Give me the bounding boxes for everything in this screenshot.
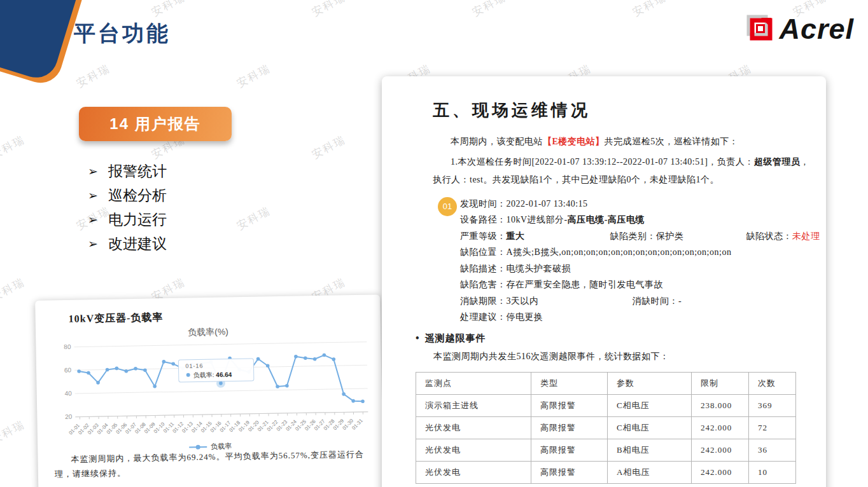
table-cell: 242.000 <box>692 439 749 462</box>
feature-label: 改进建议 <box>108 234 167 254</box>
feature-label: 报警统计 <box>108 161 167 181</box>
watermark-text: 安科瑞 <box>309 132 348 162</box>
text-segment: 缺陷位置：A揽头;B揽头,on;on;on;on;on;on;on;on;on;… <box>460 247 731 257</box>
text-segment: 缺陷危害：存在严重安全隐患，随时引发电气事故 <box>460 280 663 289</box>
text-segment: 设备路径：10kV进线部分- <box>460 215 568 224</box>
watermark-text: 安科瑞 <box>470 0 508 20</box>
table-cell: A相电压 <box>608 462 692 484</box>
table-cell: 242.000 <box>692 417 749 439</box>
feature-list: ➢报警统计➢巡检分析➢电力运行➢改进建议 <box>88 159 167 256</box>
arrow-bullet-icon: ➢ <box>88 212 98 227</box>
arrow-bullet-icon: ➢ <box>88 237 98 251</box>
text-segment: 本周期内，该变配电站 <box>451 137 543 146</box>
defect-line: 处理建议：停电更换 <box>460 309 826 326</box>
table-header-cell: 监测点 <box>416 373 531 395</box>
watermark-text: 安科瑞 <box>74 61 113 91</box>
defect-line: 设备路径：10kV进线部分-高压电缆-高压电缆 <box>460 212 826 228</box>
text-segment: 缺陷状态： <box>746 231 793 241</box>
table-cell: C相电压 <box>608 417 692 439</box>
defect-line: 发现时间：2022-01-07 13:40:15 <box>460 196 826 212</box>
table-cell: 高限报警 <box>531 439 608 462</box>
text-segment: 缺陷描述：电缆头护套破损 <box>460 264 571 273</box>
text-segment: 重大 <box>507 231 525 241</box>
table-row: 演示箱主进线高限报警C相电压238.000369 <box>416 395 796 417</box>
svg-text:负载率: 46.64: 负载率: 46.64 <box>193 371 232 379</box>
acrel-logo: Acrel <box>742 13 854 46</box>
feature-list-item: ➢改进建议 <box>88 231 167 256</box>
telemetry-intro: 本监测周期内共发生516次遥测越限事件，统计数据如下： <box>416 348 797 364</box>
report-intro: 本周期内，该变配电站【E楼变电站】共完成巡检5次，巡检详情如下： <box>433 133 809 150</box>
feature-list-item: ➢巡检分析 <box>88 183 167 207</box>
acrel-logo-text: Acrel <box>779 13 854 46</box>
defect-line: 缺陷危害：存在严重安全隐患，随时引发电气事故 <box>460 277 826 293</box>
watermark-text: 安科瑞 <box>234 61 273 91</box>
watermark-text: 安科瑞 <box>630 0 669 20</box>
watermark-text: 安科瑞 <box>234 203 273 233</box>
telemetry-table: 监测点类型参数限制次数演示箱主进线高限报警C相电压238.000369光伏发电高… <box>416 372 796 484</box>
svg-text:01-16: 01-16 <box>185 362 203 369</box>
table-cell: 238.000 <box>692 395 749 417</box>
text-segment: 保护类 <box>656 231 684 241</box>
table-cell: 高限报警 <box>531 395 608 417</box>
text-segment: 消缺期限：3天以内 <box>460 296 539 306</box>
defect-block: 01 发现时间：2022-01-07 13:40:15设备路径：10kV进线部分… <box>438 196 826 326</box>
watermark-text: 安科瑞 <box>0 132 27 162</box>
text-segment: 1.本次巡检任务时间[2022-01-07 13:39:12--2022-01-… <box>451 157 754 167</box>
defect-detail-lines: 发现时间：2022-01-07 13:40:15设备路径：10kV进线部分-高压… <box>460 196 826 326</box>
table-row: 光伏发电高限报警A相电压242.00010 <box>416 462 796 484</box>
feature-badge: 14 用户报告 <box>79 107 232 141</box>
telemetry-heading: • 遥测越限事件 <box>416 333 826 345</box>
table-header-cell: 类型 <box>531 373 608 395</box>
table-cell: 72 <box>749 417 796 439</box>
legend-marker-icon <box>188 444 207 451</box>
feature-list-item: ➢报警统计 <box>88 159 167 183</box>
table-cell: B相电压 <box>608 439 692 462</box>
chart-card-title: 10kV变压器-负载率 <box>69 311 164 326</box>
text-segment: 高压电缆-高压电缆 <box>568 215 645 224</box>
feature-list-item: ➢电力运行 <box>88 207 167 231</box>
acrel-logo-icon <box>742 13 775 46</box>
table-cell: 10 <box>749 462 796 484</box>
table-header-cell: 参数 <box>608 373 692 395</box>
watermark-text: 安科瑞 <box>309 0 348 20</box>
svg-text:40: 40 <box>64 390 72 397</box>
table-cell: 242.000 <box>692 462 749 484</box>
table-cell: 光伏发电 <box>416 462 531 484</box>
text-segment: 发现时间：2022-01-07 13:40:15 <box>460 199 588 209</box>
text-segment: 超级管理员 <box>754 157 801 167</box>
text-segment: 处理建议：停电更换 <box>460 312 543 322</box>
report-task-line: 1.本次巡检任务时间[2022-01-07 13:39:12--2022-01-… <box>433 153 809 188</box>
defect-line: 缺陷位置：A揽头;B揽头,on;on;on;on;on;on;on;on;on;… <box>460 244 826 261</box>
defect-line: 缺陷描述：电缆头护套破损 <box>460 261 826 277</box>
text-segment: 消缺时间：- <box>633 296 682 306</box>
arrow-bullet-icon: ➢ <box>88 164 98 179</box>
table-cell: 高限报警 <box>531 462 608 484</box>
text-segment: 【E楼变电站】 <box>543 137 605 146</box>
svg-text:60: 60 <box>64 366 72 373</box>
table-row: 光伏发电高限报警C相电压242.00072 <box>416 417 796 439</box>
page-title: 平台功能 <box>74 19 171 48</box>
watermark-text: 安科瑞 <box>0 417 27 447</box>
feature-label: 电力运行 <box>108 210 167 230</box>
table-cell: 光伏发电 <box>416 439 531 462</box>
arrow-bullet-icon: ➢ <box>88 188 98 203</box>
chart-summary-text: 本监测周期内，最大负载率为69.24%。平均负载率为56.57%,变压器运行合理… <box>54 448 365 482</box>
watermark-text: 安科瑞 <box>0 0 27 20</box>
defect-line: 消缺期限：3天以内消缺时间：- <box>460 293 826 310</box>
table-cell: 36 <box>749 439 796 462</box>
svg-text:80: 80 <box>64 343 71 350</box>
svg-text:01-31: 01-31 <box>351 418 364 431</box>
watermark-text: 安科瑞 <box>0 275 27 305</box>
svg-text:20: 20 <box>65 413 73 420</box>
load-rate-line-chart[interactable]: 2040608001-0101-0201-0301-0401-0501-0601… <box>43 335 376 444</box>
defect-number-badge: 01 <box>438 197 457 216</box>
table-row: 光伏发电高限报警B相电压242.00036 <box>416 439 796 462</box>
bullet-dot-icon: • <box>416 333 420 344</box>
table-cell: 高限报警 <box>531 417 608 439</box>
table-header-row: 监测点类型参数限制次数 <box>416 373 796 395</box>
telemetry-heading-label: 遥测越限事件 <box>425 333 486 345</box>
defect-line: 严重等级：重大缺陷类别：保护类缺陷状态：未处理 <box>460 228 826 245</box>
chart-tooltip: 01-16负载率: 46.64 <box>178 359 254 382</box>
slide: 安科瑞安科瑞安科瑞安科瑞安科瑞安科瑞安科瑞安科瑞安科瑞安科瑞安科瑞安科瑞安科瑞安… <box>0 0 868 487</box>
table-header-cell: 限制 <box>692 373 749 395</box>
